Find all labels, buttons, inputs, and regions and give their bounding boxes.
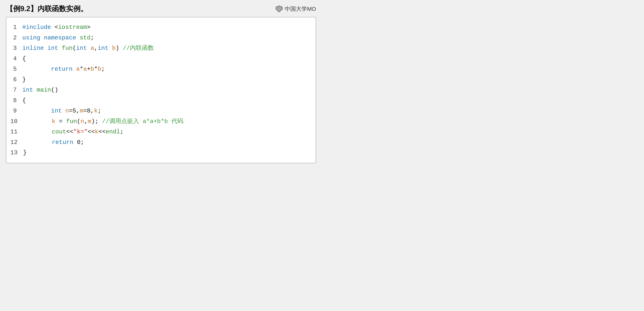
code-content-12: return 0;: [23, 137, 84, 148]
logo-icon: [275, 5, 283, 13]
line-num-1: 1: [10, 22, 22, 33]
code-content-6: }: [22, 74, 26, 85]
code-line-13: 13 }: [10, 148, 310, 158]
page-title: 【例9.2】内联函数实例。: [6, 4, 88, 14]
page-container: 【例9.2】内联函数实例。 中国大学MO 1 #include <iostrea…: [6, 4, 316, 163]
code-line-9: 9 int n=5,m=8,k;: [10, 106, 310, 116]
code-line-10: 10 k = fun(n,m); //调用点嵌入 a*a+b*b 代码: [10, 116, 310, 127]
line-num-8: 8: [10, 95, 22, 106]
code-line-3: 3 inline int fun(int a,int b) //内联函数: [10, 43, 310, 53]
code-content-7: int main(): [22, 85, 58, 95]
code-box: 1 #include <iostream> 2 using namespace …: [6, 17, 316, 163]
line-num-2: 2: [10, 33, 22, 43]
logo-text: 中国大学MO: [285, 5, 316, 13]
line-num-13: 13: [10, 148, 23, 158]
code-line-1: 1 #include <iostream>: [10, 22, 310, 33]
code-line-8: 8 {: [10, 95, 310, 106]
title-bar: 【例9.2】内联函数实例。 中国大学MO: [6, 4, 316, 14]
code-line-6: 6 }: [10, 74, 310, 85]
line-num-4: 4: [10, 53, 22, 64]
line-num-7: 7: [10, 85, 22, 95]
line-num-5: 5: [10, 64, 22, 74]
code-content-11: cout<<"k="<<k<<endl;: [23, 127, 124, 137]
code-content-4: {: [22, 53, 26, 64]
code-content-3: inline int fun(int a,int b) //内联函数: [22, 43, 154, 53]
code-line-11: 11 cout<<"k="<<k<<endl;: [10, 127, 310, 137]
code-line-7: 7 int main(): [10, 85, 310, 95]
line-num-12: 12: [10, 137, 23, 148]
code-content-2: using namespace std;: [22, 33, 94, 43]
code-line-2: 2 using namespace std;: [10, 33, 310, 43]
line-num-9: 9: [10, 106, 22, 116]
code-line-5: 5 return a*a+b*b;: [10, 64, 310, 74]
code-line-4: 4 {: [10, 53, 310, 64]
code-content-5: return a*a+b*b;: [22, 64, 105, 74]
logo-area: 中国大学MO: [275, 5, 316, 13]
code-content-13: }: [23, 148, 27, 158]
line-num-6: 6: [10, 74, 22, 85]
line-num-3: 3: [10, 43, 22, 53]
line-num-11: 11: [10, 127, 23, 137]
code-content-1: #include <iostream>: [22, 22, 90, 33]
code-content-8: {: [22, 95, 26, 106]
code-content-10: k = fun(n,m); //调用点嵌入 a*a+b*b 代码: [23, 116, 183, 127]
line-num-10: 10: [10, 116, 23, 127]
code-content-9: int n=5,m=8,k;: [22, 106, 101, 116]
code-line-12: 12 return 0;: [10, 137, 310, 148]
